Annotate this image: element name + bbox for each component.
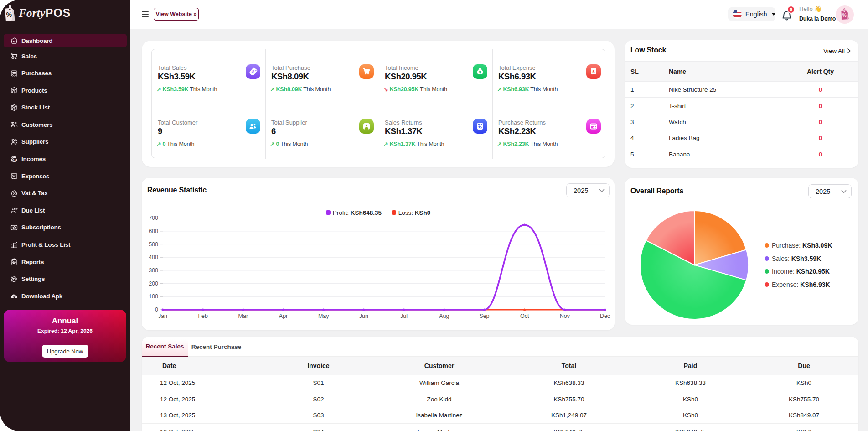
svg-text:0: 0	[155, 306, 158, 313]
svg-text:Feb: Feb	[198, 313, 208, 319]
svg-text:%: %	[842, 13, 847, 18]
svg-text:500: 500	[149, 241, 158, 248]
svg-text:May: May	[318, 313, 329, 319]
svg-text:400: 400	[149, 254, 158, 260]
svg-text:Jan: Jan	[158, 313, 167, 319]
svg-text:Dec: Dec	[600, 313, 610, 319]
svg-text:100: 100	[149, 293, 158, 300]
svg-text:200: 200	[149, 280, 158, 287]
svg-text:$: $	[479, 70, 481, 74]
svg-text:600: 600	[149, 228, 158, 234]
svg-text:Sep: Sep	[479, 313, 489, 319]
svg-text:300: 300	[149, 267, 158, 274]
svg-text:Jun: Jun	[359, 313, 368, 319]
svg-text:$: $	[593, 69, 595, 74]
svg-text:Oct: Oct	[520, 313, 529, 319]
svg-text:Nov: Nov	[560, 313, 570, 319]
svg-text:Apr: Apr	[279, 313, 288, 319]
svg-text:Jul: Jul	[400, 313, 408, 319]
svg-text:%: %	[6, 11, 12, 18]
svg-text:Aug: Aug	[439, 313, 449, 319]
svg-text:Mar: Mar	[238, 313, 248, 319]
